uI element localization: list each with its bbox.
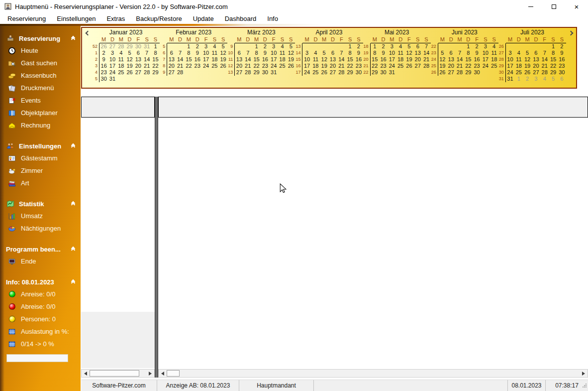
day-cell[interactable]: 22 xyxy=(185,63,193,69)
day-cell[interactable]: 30 xyxy=(354,69,363,76)
collapse-chevron-icon[interactable] xyxy=(72,36,75,41)
day-cell[interactable]: 21 xyxy=(244,63,252,69)
day-cell[interactable]: 5 xyxy=(320,50,328,56)
sidebar-item-umsatz[interactable]: Umsatz xyxy=(0,210,81,222)
close-button[interactable]: × xyxy=(565,0,588,13)
day-cell[interactable]: 8 xyxy=(464,50,473,56)
day-cell[interactable]: 24 xyxy=(108,69,116,76)
menu-item-backup-restore[interactable]: Backup/Restore xyxy=(130,15,188,22)
day-cell[interactable]: 10 xyxy=(481,50,490,56)
day-cell[interactable]: 25 xyxy=(490,63,498,69)
day-cell[interactable]: 14 xyxy=(143,56,151,63)
menu-item-update[interactable]: Update xyxy=(188,15,219,22)
day-cell[interactable]: 7 xyxy=(422,43,430,50)
sidebar-section-programm-beenden[interactable]: Programm been... xyxy=(0,243,81,255)
day-cell[interactable]: 2 xyxy=(558,43,566,50)
day-cell[interactable]: 13 xyxy=(134,56,142,63)
day-cell[interactable]: 9 xyxy=(261,50,269,56)
day-cell[interactable]: 6 xyxy=(558,76,566,82)
day-cell[interactable]: 24 xyxy=(388,63,396,69)
day-cell[interactable]: 10 xyxy=(302,56,311,63)
menu-item-dashboard[interactable]: Dashboard xyxy=(219,15,262,22)
day-cell[interactable]: 16 xyxy=(99,63,108,69)
menu-item-info[interactable]: Info xyxy=(262,15,284,22)
day-cell[interactable]: 25 xyxy=(311,69,320,76)
day-cell[interactable]: 11 xyxy=(210,50,219,56)
day-cell[interactable]: 26 xyxy=(125,69,134,76)
day-cell[interactable]: 27 xyxy=(328,69,337,76)
day-cell[interactable]: 17 xyxy=(302,63,311,69)
day-cell[interactable]: 14 xyxy=(337,56,346,63)
day-cell[interactable]: 30 xyxy=(473,69,481,76)
day-cell[interactable]: 23 xyxy=(261,63,269,69)
day-cell[interactable]: 30 xyxy=(558,69,566,76)
day-cell[interactable]: 14 xyxy=(422,50,430,56)
day-cell[interactable]: 5 xyxy=(125,50,134,56)
day-cell[interactable]: 2 xyxy=(99,50,108,56)
day-cell[interactable]: 15 xyxy=(346,56,354,63)
day-cell[interactable]: 11 xyxy=(278,50,287,56)
day-cell[interactable]: 4 xyxy=(490,43,498,50)
day-cell[interactable]: 12 xyxy=(287,50,295,56)
scroll-right-button[interactable] xyxy=(146,370,154,377)
day-cell[interactable]: 1 xyxy=(464,43,473,50)
menu-item-extras[interactable]: Extras xyxy=(101,15,130,22)
scroll-left-button[interactable] xyxy=(82,370,90,377)
calendar-next-button[interactable] xyxy=(567,29,575,36)
day-cell[interactable]: 6 xyxy=(532,50,540,56)
day-cell[interactable]: 1 xyxy=(252,43,261,50)
day-cell[interactable]: 2 xyxy=(379,43,388,50)
day-cell[interactable]: 28 xyxy=(540,69,549,76)
resize-grip[interactable] xyxy=(582,383,587,390)
day-cell[interactable]: 29 xyxy=(464,69,473,76)
day-cell[interactable]: 5 xyxy=(523,50,531,56)
day-cell[interactable]: 16 xyxy=(379,56,388,63)
day-cell[interactable]: 19 xyxy=(219,56,227,63)
day-cell[interactable]: 15 xyxy=(252,56,261,63)
scroll-left-button[interactable] xyxy=(159,370,167,377)
day-cell[interactable]: 3 xyxy=(506,50,514,56)
day-cell[interactable]: 17 xyxy=(481,56,490,63)
day-cell[interactable]: 23 xyxy=(354,63,363,69)
day-cell[interactable]: 27 xyxy=(413,63,422,69)
sidebar-item-objektplaner[interactable]: Objektplaner xyxy=(0,107,81,119)
day-cell[interactable]: 7 xyxy=(143,50,151,56)
day-cell[interactable]: 31 xyxy=(108,76,116,82)
day-cell[interactable]: 15 xyxy=(151,56,160,63)
day-cell[interactable]: 24 xyxy=(481,63,490,69)
day-cell[interactable]: 21 xyxy=(455,63,464,69)
day-cell[interactable]: 22 xyxy=(464,63,473,69)
day-cell[interactable]: 18 xyxy=(311,63,320,69)
day-cell[interactable]: 11 xyxy=(117,56,125,63)
grid-h-scrollbar[interactable] xyxy=(158,369,588,378)
day-cell[interactable]: 27 xyxy=(447,69,455,76)
day-cell[interactable]: 12 xyxy=(219,50,227,56)
day-cell[interactable]: 13 xyxy=(235,56,243,63)
collapse-chevron-icon[interactable] xyxy=(72,144,75,148)
sidebar-item-naechtigungen[interactable]: Nächtigungen xyxy=(0,222,81,235)
day-cell[interactable]: 18 xyxy=(210,56,219,63)
day-cell[interactable]: 13 xyxy=(328,56,337,63)
day-cell[interactable]: 6 xyxy=(235,50,243,56)
day-cell[interactable]: 25 xyxy=(117,69,125,76)
day-cell[interactable]: 27 xyxy=(134,69,142,76)
day-cell[interactable]: 9 xyxy=(99,56,108,63)
day-cell[interactable]: 22 xyxy=(346,63,354,69)
day-cell[interactable]: 2 xyxy=(354,43,363,50)
day-cell[interactable]: 13 xyxy=(447,56,455,63)
day-cell[interactable]: 28 xyxy=(143,69,151,76)
sidebar-section-statistik[interactable]: Statistik xyxy=(0,198,81,210)
day-cell[interactable]: 27 xyxy=(167,69,176,76)
day-cell[interactable]: 23 xyxy=(473,63,481,69)
day-cell[interactable]: 27 xyxy=(532,69,540,76)
day-cell[interactable]: 9 xyxy=(193,50,201,56)
day-cell[interactable]: 5 xyxy=(405,43,413,50)
sidebar-item-gast-suchen[interactable]: Gast suchen xyxy=(0,57,81,69)
day-cell[interactable]: 28 xyxy=(176,69,184,76)
day-cell[interactable]: 17 xyxy=(506,63,514,69)
day-cell[interactable]: 5 xyxy=(549,76,557,82)
day-cell[interactable]: 26 xyxy=(99,43,108,50)
sidebar-item-gaestestamm[interactable]: Gästestamm xyxy=(0,152,81,164)
day-cell[interactable]: 21 xyxy=(143,63,151,69)
sidebar-section-info[interactable]: Info: 08.01.2023 xyxy=(0,276,81,288)
